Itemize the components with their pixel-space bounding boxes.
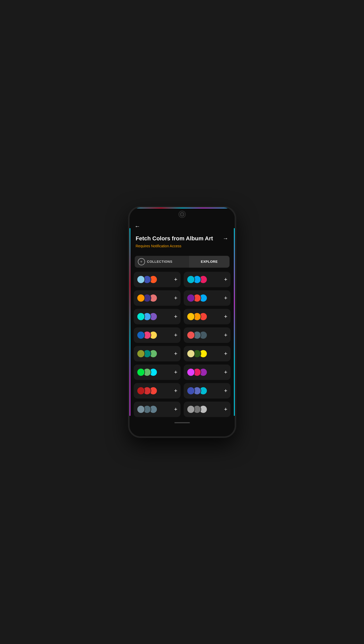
subtitle: Requires Notification Access <box>136 244 228 248</box>
add-palette-button[interactable]: + <box>174 276 177 283</box>
color-card[interactable]: + <box>134 383 181 399</box>
tab-explore[interactable]: EXPLORE <box>189 256 229 268</box>
color-dot <box>187 331 195 339</box>
screen: ← Fetch Colors from Album Art → Requires… <box>130 208 235 436</box>
color-dots <box>137 294 157 302</box>
color-dots <box>137 331 157 339</box>
color-card[interactable]: + <box>184 327 231 343</box>
color-dots <box>137 387 157 395</box>
color-dot <box>137 312 145 321</box>
color-dot <box>187 275 195 284</box>
color-card[interactable]: + <box>134 309 181 324</box>
color-card[interactable]: + <box>134 327 181 343</box>
color-dot <box>137 405 145 413</box>
add-palette-button[interactable]: + <box>174 313 177 320</box>
color-card[interactable]: + <box>184 383 231 399</box>
color-dot <box>187 368 195 376</box>
tab-add-icon: + <box>138 258 145 265</box>
color-grid: ++++++++++++++++ <box>130 272 235 417</box>
color-dots <box>137 405 157 413</box>
add-palette-button[interactable]: + <box>174 332 177 338</box>
header-row: Fetch Colors from Album Art → <box>136 235 228 242</box>
add-palette-button[interactable]: + <box>224 406 227 413</box>
color-dots <box>137 368 157 376</box>
color-card[interactable]: + <box>184 290 231 306</box>
color-dots <box>187 275 207 284</box>
phone-frame: ← Fetch Colors from Album Art → Requires… <box>128 206 236 438</box>
add-palette-button[interactable]: + <box>224 332 227 338</box>
add-palette-button[interactable]: + <box>174 369 177 376</box>
color-card[interactable]: + <box>184 346 231 361</box>
color-card[interactable]: + <box>134 402 181 417</box>
color-dots <box>187 312 207 321</box>
bottom-bar <box>130 420 235 426</box>
color-card[interactable]: + <box>184 365 231 380</box>
header: Fetch Colors from Album Art → Requires N… <box>130 232 235 253</box>
add-palette-button[interactable]: + <box>174 387 177 394</box>
camera-notch <box>179 211 186 218</box>
color-dot <box>137 350 145 358</box>
color-dots <box>137 350 157 358</box>
color-dots <box>187 405 207 413</box>
add-palette-button[interactable]: + <box>224 387 227 394</box>
color-card[interactable]: + <box>134 290 181 306</box>
add-palette-button[interactable]: + <box>174 295 177 301</box>
color-dot <box>137 275 145 284</box>
color-card[interactable]: + <box>184 402 231 417</box>
color-card[interactable]: + <box>184 272 231 287</box>
right-edge-glow <box>234 228 235 416</box>
back-button[interactable]: ← <box>130 221 235 232</box>
color-dots <box>187 387 207 395</box>
color-dots <box>187 368 207 376</box>
color-dot <box>137 294 145 302</box>
add-palette-button[interactable]: + <box>174 406 177 413</box>
color-dot <box>137 368 145 376</box>
color-dots <box>187 294 207 302</box>
color-dots <box>187 350 207 358</box>
color-dot <box>187 350 195 358</box>
explore-tab-label: EXPLORE <box>201 260 218 264</box>
color-card[interactable]: + <box>184 309 231 324</box>
color-dots <box>187 331 207 339</box>
add-palette-button[interactable]: + <box>224 276 227 283</box>
bottom-indicator <box>174 422 190 423</box>
color-dot <box>187 405 195 413</box>
tab-collections[interactable]: + COLLECTIONS <box>135 256 189 268</box>
color-card[interactable]: + <box>134 365 181 380</box>
forward-arrow-icon[interactable]: → <box>223 235 228 242</box>
add-palette-button[interactable]: + <box>224 295 227 301</box>
color-dot <box>187 312 195 321</box>
color-dot <box>187 294 195 302</box>
add-palette-button[interactable]: + <box>224 369 227 376</box>
color-card[interactable]: + <box>134 272 181 287</box>
back-arrow-icon: ← <box>135 223 140 230</box>
color-dot <box>137 387 145 395</box>
collections-tab-label: COLLECTIONS <box>147 260 173 264</box>
color-dots <box>137 312 157 321</box>
page-title: Fetch Colors from Album Art <box>136 235 220 242</box>
color-dots <box>137 275 157 284</box>
tab-bar: + COLLECTIONS EXPLORE <box>135 256 230 268</box>
color-dot <box>187 387 195 395</box>
add-palette-button[interactable]: + <box>224 350 227 357</box>
color-card[interactable]: + <box>134 346 181 361</box>
add-palette-button[interactable]: + <box>224 313 227 320</box>
add-palette-button[interactable]: + <box>174 350 177 357</box>
color-dot <box>137 331 145 339</box>
